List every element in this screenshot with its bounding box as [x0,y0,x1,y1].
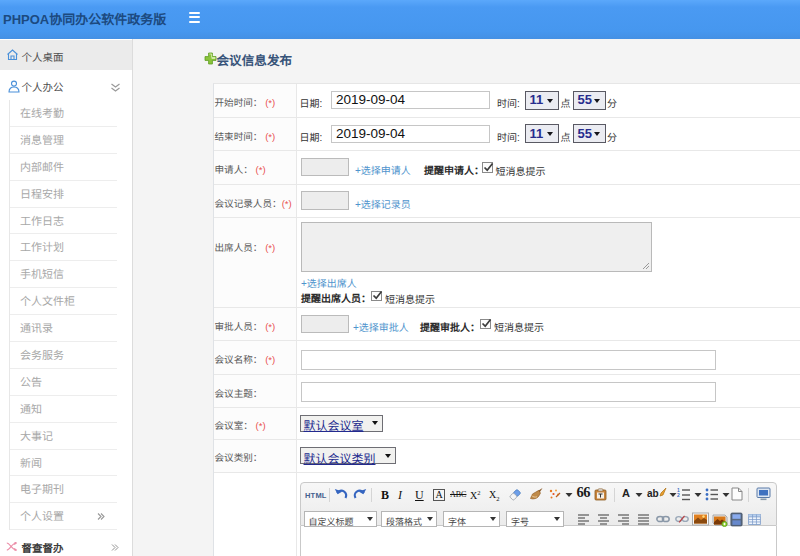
svg-text:2: 2 [677,492,680,498]
